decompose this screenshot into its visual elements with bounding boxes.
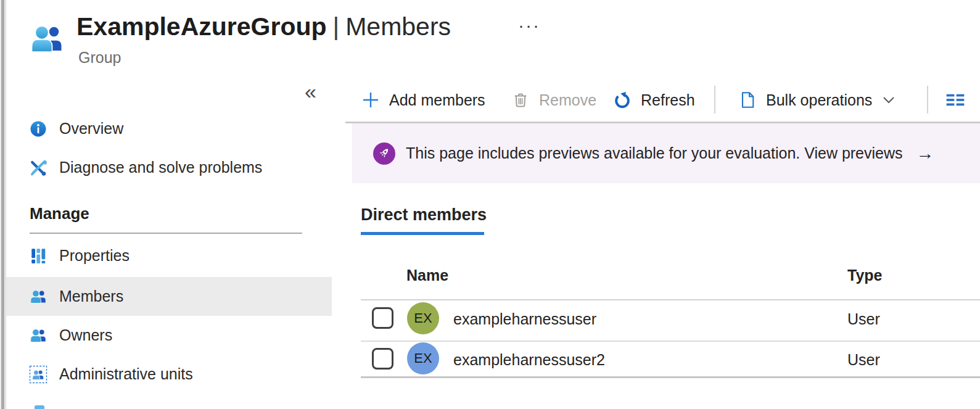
sidebar-item-partial-icon: [35, 405, 44, 409]
preview-banner: This page includes previews available fo…: [352, 123, 980, 183]
member-name[interactable]: exampleharnessuser2: [453, 351, 605, 369]
document-icon: [738, 90, 757, 110]
add-members-button[interactable]: Add members: [361, 85, 485, 115]
bulk-operations-label: Bulk operations: [766, 91, 872, 109]
group-name: ExampleAzureGroup: [76, 12, 327, 41]
member-type: User: [847, 351, 880, 369]
sidebar-item-owners[interactable]: Owners: [6, 316, 332, 355]
tab-label: Direct members: [361, 205, 487, 225]
column-header-name[interactable]: Name: [406, 266, 448, 284]
sidebar-divider: [30, 233, 302, 234]
remove-button[interactable]: Remove: [511, 85, 596, 115]
columns-icon: [945, 90, 965, 110]
people-icon: [28, 287, 48, 307]
resource-type-label: Group: [78, 49, 121, 67]
banner-message: This page includes previews available fo…: [406, 144, 903, 162]
left-scrollbar[interactable]: [0, 0, 6, 409]
remove-label: Remove: [539, 91, 596, 109]
toolbar-separator: [927, 86, 928, 114]
sidebar-item-overview[interactable]: Overview: [6, 109, 332, 148]
collapse-menu-button[interactable]: «: [305, 81, 316, 102]
sidebar-item-label: Diagnose and solve problems: [59, 159, 262, 176]
toolbar-separator: [714, 86, 715, 114]
refresh-icon: [612, 90, 632, 110]
more-options-button[interactable]: ···: [518, 15, 540, 36]
refresh-label: Refresh: [641, 91, 695, 109]
avatar: EX: [407, 302, 439, 334]
admin-units-icon: [28, 365, 48, 384]
sidebar-item-administrative-units[interactable]: Administrative units: [6, 355, 332, 394]
add-members-label: Add members: [389, 91, 485, 109]
member-name[interactable]: exampleharnessuser: [453, 310, 596, 328]
table-row[interactable]: EX exampleharnessuser User: [361, 300, 980, 340]
row-checkbox[interactable]: [372, 348, 393, 370]
sidebar-section-manage: Manage: [30, 204, 89, 223]
active-tab-underline: [361, 232, 484, 235]
group-icon: [28, 20, 65, 57]
sidebar-item-label: Administrative units: [59, 365, 193, 383]
sidebar-item-label: Owners: [59, 326, 112, 344]
banner-message-text: This page includes previews available fo…: [406, 144, 800, 162]
table-row[interactable]: EX exampleharnessuser2 User: [361, 341, 980, 381]
scrollbar-thumb[interactable]: [1, 0, 4, 409]
rocket-icon: [373, 143, 395, 165]
bar-chart-icon: [28, 246, 48, 266]
people-icon: [28, 326, 48, 345]
bulk-operations-button[interactable]: Bulk operations: [738, 85, 896, 115]
sidebar-item-label: Properties: [59, 247, 130, 265]
title-divider: |: [327, 12, 346, 41]
refresh-button[interactable]: Refresh: [612, 85, 695, 115]
plus-icon: [361, 90, 381, 110]
column-header-type[interactable]: Type: [847, 266, 883, 284]
chevron-down-icon: [882, 95, 896, 105]
sidebar-item-diagnose[interactable]: Diagnose and solve problems: [6, 148, 332, 187]
sidebar-item-label: Members: [59, 287, 123, 305]
sidebar-item-properties[interactable]: Properties: [6, 236, 332, 275]
columns-button[interactable]: [945, 85, 965, 115]
arrow-right-icon[interactable]: →: [916, 143, 934, 163]
member-type: User: [847, 310, 880, 328]
info-icon: [28, 119, 48, 139]
sidebar-item-members[interactable]: Members: [6, 277, 332, 316]
row-checkbox[interactable]: [372, 307, 393, 329]
sidebar-item-label: Overview: [59, 120, 123, 138]
page-title: ExampleAzureGroup|Members: [76, 12, 451, 41]
tab-direct-members[interactable]: Direct members: [361, 205, 487, 235]
azure-group-members-page: ExampleAzureGroup|Members Group ··· « Ov…: [0, 0, 980, 409]
trash-icon: [511, 90, 530, 110]
blade-name: Members: [345, 12, 451, 41]
avatar: EX: [407, 342, 439, 374]
table-bottom-divider: [361, 376, 980, 378]
tools-icon: [28, 158, 48, 178]
view-previews-link[interactable]: View previews: [804, 144, 902, 162]
